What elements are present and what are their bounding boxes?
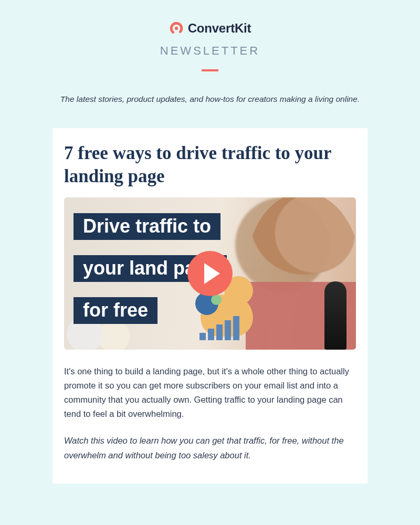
bar-chart-icon (200, 316, 239, 340)
article-card: 7 free ways to drive traffic to your lan… (52, 128, 368, 484)
newsletter-container: ConvertKit NEWSLETTER The latest stories… (0, 0, 420, 484)
thumbnail-text-line-1: Drive traffic to (74, 213, 220, 240)
accent-divider (202, 69, 218, 71)
microphone-icon (324, 281, 346, 350)
tagline: The latest stories, product updates, and… (6, 94, 414, 104)
brand-name: ConvertKit (188, 21, 251, 36)
article-paragraph: It's one thing to build a landing page, … (64, 364, 356, 422)
play-icon (204, 263, 220, 284)
video-thumbnail[interactable]: Drive traffic to your land page for free (64, 197, 356, 350)
header: ConvertKit NEWSLETTER The latest stories… (6, 10, 414, 109)
thumbnail-text-line-3: for free (74, 297, 158, 324)
svg-point-1 (175, 27, 178, 30)
article-title: 7 free ways to drive traffic to your lan… (64, 142, 356, 188)
convertkit-swirl-icon (169, 21, 184, 36)
article-cta-text: Watch this video to learn how you can ge… (64, 434, 356, 462)
brand-logo: ConvertKit (169, 21, 251, 36)
newsletter-label: NEWSLETTER (6, 44, 414, 58)
play-button[interactable] (187, 251, 233, 296)
